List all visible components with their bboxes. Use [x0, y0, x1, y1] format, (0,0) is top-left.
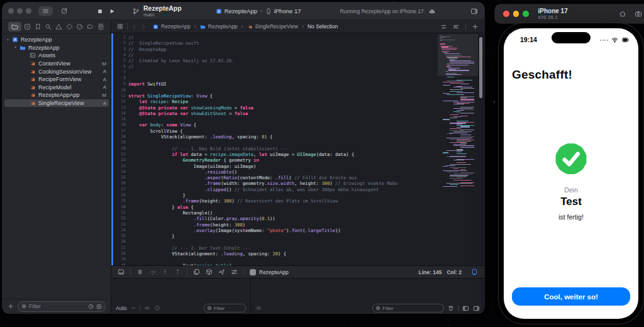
recent-files-icon[interactable] — [88, 304, 94, 309]
project-scm-info[interactable]: RezepteApp main — [132, 5, 182, 18]
report-navigator-tab[interactable] — [96, 23, 105, 31]
editor-options-icon[interactable] — [453, 23, 460, 30]
editor-scrollbar[interactable] — [479, 37, 482, 98]
breadcrumb: RezepteApp›RezepteApp›SingleRecipeView›N… — [153, 23, 338, 30]
show-variables-toggle-icon[interactable] — [462, 305, 469, 312]
status-bar-time: 19:14 — [520, 36, 537, 43]
inspector-toggle-icon[interactable] — [470, 8, 478, 15]
sim-close-button[interactable] — [503, 11, 509, 17]
quicklook-icon[interactable] — [144, 305, 150, 311]
sidebar-item-RezepteApp[interactable]: RezepteApp — [3, 36, 111, 44]
disclosure-caret-icon[interactable] — [6, 38, 10, 42]
breakpoint-navigator-tab[interactable] — [86, 23, 94, 31]
go-back-icon[interactable] — [131, 24, 137, 30]
minimize-window-button[interactable] — [17, 8, 23, 14]
sidebar-item-CookingSessionView[interactable]: CookingSessionViewA — [3, 67, 111, 75]
running-app-chip[interactable]: RezepteApp — [250, 269, 289, 275]
sidebar-item-RezepteAppApp[interactable]: RezepteAppAppM — [3, 91, 111, 99]
breadcrumb-item[interactable]: RezepteApp — [161, 23, 191, 30]
iphone-device-icon — [265, 8, 272, 14]
filter-funnel-icon — [21, 304, 26, 309]
sidebar-item-SingleRecipeView[interactable]: SingleRecipeViewA — [3, 99, 111, 108]
xsquare-navigator-tab[interactable] — [23, 23, 32, 31]
location-button[interactable] — [218, 269, 225, 275]
minimap[interactable] — [439, 34, 477, 192]
navigator-filter-field[interactable]: Filter — [18, 301, 106, 312]
cube-button[interactable] — [206, 269, 213, 275]
go-forward-icon[interactable] — [141, 24, 147, 30]
continue-button[interactable]: Cool, weiter so! — [512, 287, 630, 306]
toggles-button[interactable] — [231, 269, 238, 275]
editor-options — [440, 23, 479, 30]
scm-status-badge: M — [102, 61, 106, 67]
xcode-toolbar: RezepteApp main RezepteApp › iPhone 17 R… — [3, 3, 484, 20]
disclosure-caret-icon[interactable] — [13, 45, 18, 50]
scope-dropdown[interactable]: Auto — [116, 305, 127, 311]
show-console-toggle-icon[interactable] — [473, 305, 480, 312]
stepin-button[interactable] — [162, 269, 169, 275]
zoom-window-button[interactable] — [26, 8, 31, 14]
stepover-button[interactable] — [149, 269, 156, 275]
stack-button[interactable] — [193, 269, 200, 275]
breadcrumb-item[interactable]: No Selection — [308, 23, 338, 30]
sidebar-item-Assets[interactable]: Assets — [3, 52, 111, 60]
xcode-window: RezepteApp main RezepteApp › iPhone 17 R… — [3, 3, 484, 313]
sidebar-item-RecipeModel[interactable]: RecipeModelA — [3, 84, 111, 92]
console-content[interactable] — [251, 279, 484, 303]
scheme-selector[interactable]: RezepteApp › iPhone 17 — [216, 8, 301, 14]
jumpbar-divider — [465, 23, 466, 30]
diamond-navigator-tab[interactable] — [65, 23, 74, 31]
gauge-navigator-tab[interactable] — [75, 23, 84, 31]
screenshot-icon[interactable] — [635, 10, 642, 18]
home-button-icon[interactable] — [619, 10, 626, 18]
console-metadata-icon[interactable] — [255, 305, 262, 311]
add-file-button[interactable] — [8, 303, 14, 309]
compose-icon[interactable] — [61, 8, 68, 14]
file-name: RecipeFormView — [38, 76, 101, 82]
pause-button[interactable] — [136, 269, 143, 275]
navigator-list-icon[interactable] — [38, 6, 53, 16]
info-icon[interactable] — [154, 305, 160, 311]
appsq-icon — [153, 24, 158, 30]
sidebar-item-RecipeFormView[interactable]: RecipeFormViewA — [3, 75, 111, 84]
source-editor[interactable]: 1234567891011121314151617181920212223242… — [111, 33, 484, 265]
code-editor[interactable]: //// SingleRecipeView.swift// RezepteApp… — [128, 33, 484, 265]
close-window-button[interactable] — [8, 8, 14, 14]
add-editor-icon[interactable] — [472, 23, 479, 30]
variables-bottom-bar: Auto Filter — [111, 303, 250, 313]
stepout-button[interactable] — [174, 269, 181, 275]
simulator-destination-icon[interactable] — [471, 269, 478, 275]
stop-button[interactable] — [97, 8, 103, 14]
variables-content[interactable] — [111, 279, 250, 303]
run-button[interactable] — [109, 8, 115, 14]
sidebar-item-RezepteApp-folder[interactable]: RezepteApp — [3, 44, 111, 52]
debug-bar: RezepteAppLine: 145Col: 2 — [111, 265, 484, 278]
triangle-navigator-tab[interactable] — [55, 23, 64, 31]
xcode-main-area: RezepteAppRezepteAppAssetsContentViewMCo… — [3, 20, 484, 313]
simulator-phone: 19:14 Geschafft! Dein Test ist fertig! C… — [499, 23, 643, 324]
sim-zoom-button[interactable] — [523, 11, 529, 17]
console-filter-field[interactable]: Filter — [372, 304, 444, 313]
sim-minimize-button[interactable] — [513, 11, 519, 17]
breadcrumb-separator: › — [302, 23, 304, 30]
panelbottom-button[interactable] — [118, 269, 125, 275]
console-view: Filter — [251, 279, 484, 313]
related-items-icon[interactable] — [117, 23, 123, 30]
breadcrumb-item[interactable]: SingleRecipeView — [255, 23, 298, 30]
line-number-gutter: 1234567891011121314151617181920212223242… — [113, 33, 128, 265]
variables-filter-field[interactable]: Filter — [204, 304, 246, 313]
folder-navigator-tab[interactable] — [8, 22, 21, 31]
debugbar-divider — [187, 269, 187, 275]
sidebar-item-ContentView[interactable]: ContentViewM — [3, 60, 111, 68]
battery-icon — [620, 36, 631, 43]
file-name: SingleRecipeView — [38, 100, 101, 106]
breadcrumb-item[interactable]: RezepteApp — [208, 23, 238, 30]
code-review-icon[interactable] — [440, 23, 447, 30]
magnifier-navigator-tab[interactable] — [44, 23, 53, 31]
activity-viewer[interactable]: Running RezepteApp on iPhone 17 — [340, 8, 435, 15]
bookmark-navigator-tab[interactable] — [33, 23, 42, 31]
appsq-file-icon — [12, 36, 18, 43]
clear-console-icon[interactable] — [448, 305, 454, 311]
page-title: Geschafft! — [512, 68, 572, 82]
scm-filter-icon[interactable] — [96, 304, 102, 309]
